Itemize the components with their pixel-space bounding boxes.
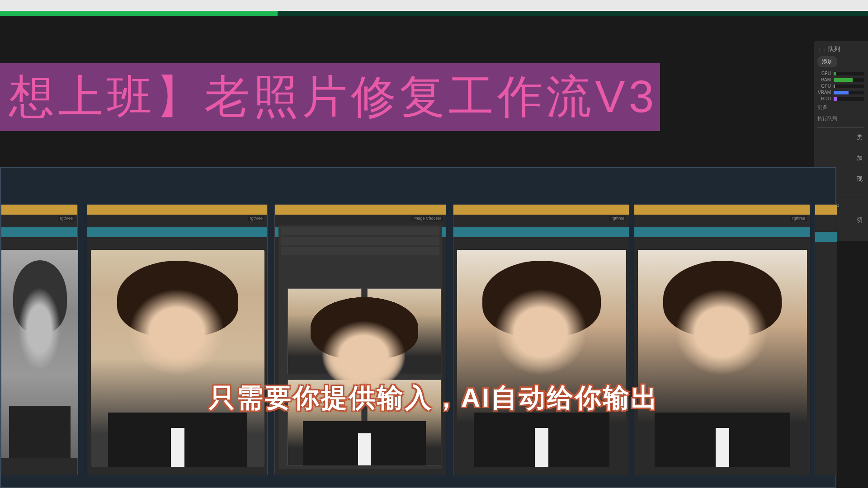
node-subheader xyxy=(815,232,837,242)
node-header[interactable] xyxy=(453,205,629,215)
meter-hdd: HDD xyxy=(817,96,864,101)
node-header[interactable] xyxy=(1,205,77,215)
resource-meters: CPU RAM GPU VRAM HDD xyxy=(817,71,864,101)
chooser-control[interactable] xyxy=(281,237,439,245)
chooser-control[interactable] xyxy=(281,247,439,255)
progress-bar xyxy=(0,11,868,16)
queue-label: 队列 xyxy=(828,45,840,53)
node-header[interactable] xyxy=(634,205,810,215)
node-input-image[interactable]: rgthree xyxy=(1,204,78,475)
panel-item-2[interactable]: 加 xyxy=(817,154,864,162)
restored-photo-1 xyxy=(457,250,626,467)
node-type-label: rgthree xyxy=(609,216,626,221)
exec-queue-link[interactable]: 执行队列 xyxy=(817,115,864,122)
node-header[interactable] xyxy=(815,205,837,215)
node-output-2[interactable]: rgthree xyxy=(634,204,810,475)
panel-item-1[interactable]: 类 xyxy=(817,133,864,141)
queue-header[interactable]: ⋮⋮ 队列 xyxy=(817,45,864,53)
restored-photo-2 xyxy=(638,250,807,467)
node-image-chooser[interactable]: Image Chooser xyxy=(274,204,446,475)
node-colorized[interactable]: rgthree xyxy=(87,204,268,475)
more-link[interactable]: 更多 xyxy=(817,104,864,111)
colorized-photo xyxy=(91,250,264,467)
drag-icon: ⋮⋮ xyxy=(817,47,826,52)
node-subheader xyxy=(634,227,810,237)
meter-vram: VRAM xyxy=(817,90,864,95)
node-type-label: rgthree xyxy=(248,216,264,221)
progress-fill xyxy=(0,11,278,16)
workflow-canvas[interactable]: rgthree rgthree Image Chooser xyxy=(0,167,836,488)
workflow-title: 想上班】老照片修复工作流V3 xyxy=(9,67,657,128)
chooser-body xyxy=(278,225,442,469)
node-output-1[interactable]: rgthree xyxy=(453,204,629,475)
chooser-grid xyxy=(288,288,441,465)
meter-gpu: GPU xyxy=(817,84,864,89)
node-subheader xyxy=(87,227,267,237)
node-header[interactable] xyxy=(275,205,446,215)
chooser-control[interactable] xyxy=(281,227,439,235)
workflow-title-banner: 想上班】老照片修复工作流V3 xyxy=(0,63,660,131)
node-header[interactable] xyxy=(87,205,267,215)
node-type-label: rgthree xyxy=(58,216,75,221)
window-chrome xyxy=(0,0,868,11)
separator xyxy=(817,127,864,128)
add-button[interactable]: 添加 xyxy=(817,56,837,67)
node-subheader xyxy=(1,227,77,237)
video-subtitle: 只需要你提供输入，AI自动给你输出 xyxy=(209,380,659,416)
meter-ram: RAM xyxy=(817,77,864,82)
node-partial[interactable] xyxy=(815,204,837,475)
input-photo-bw xyxy=(1,250,78,458)
node-subheader xyxy=(453,227,629,237)
node-type-label: Image Chooser xyxy=(411,216,443,221)
node-type-label: rgthree xyxy=(790,216,807,221)
meter-cpu: CPU xyxy=(817,71,864,76)
